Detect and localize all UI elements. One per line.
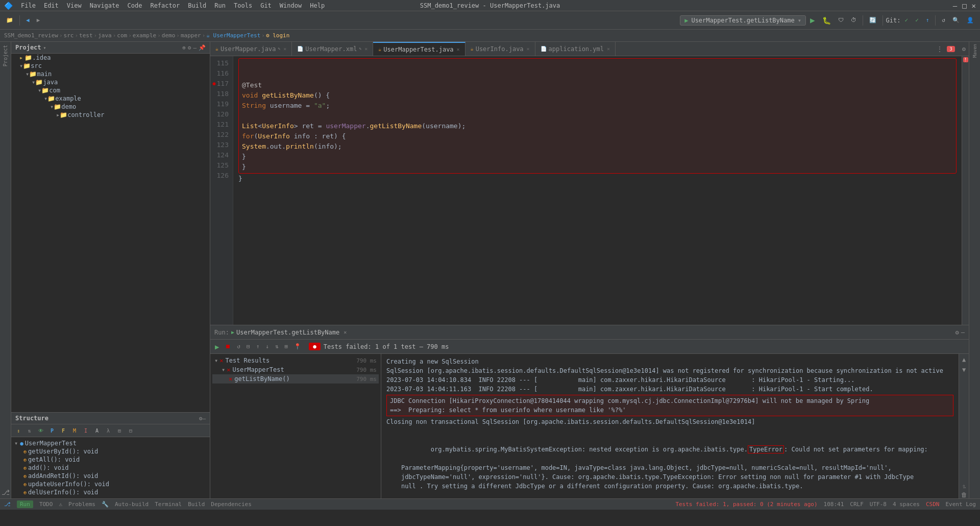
run-rerun-button[interactable]: ↺ <box>234 342 243 351</box>
status-line-endings[interactable]: CRLF <box>850 501 864 508</box>
status-line-col[interactable]: 108:41 <box>824 501 844 508</box>
nav-class[interactable]: ☕ UserMapperTest <box>206 32 260 39</box>
tab-close-2[interactable]: ✕ <box>364 46 368 52</box>
status-problems-btn[interactable]: Problems <box>68 501 95 508</box>
sort-type-icon[interactable]: ⇅ <box>24 425 35 436</box>
tab-close-5[interactable]: ✕ <box>607 46 610 52</box>
tab-overflow-icon[interactable]: ⋮ <box>933 45 947 53</box>
menu-view[interactable]: View <box>63 1 86 10</box>
struct-class-node[interactable]: ▾ ● UserMapperTest <box>13 439 208 447</box>
settings-gear-icon[interactable]: ⚙ <box>959 45 969 53</box>
undo-button[interactable]: ↺ <box>939 15 948 26</box>
maven-icon[interactable]: Maven <box>972 44 977 58</box>
menu-run[interactable]: Run <box>210 1 230 10</box>
project-pin-icon[interactable]: 📌 <box>199 44 206 51</box>
nav-demo[interactable]: demo <box>162 32 176 39</box>
status-build-btn[interactable]: Build <box>188 501 205 508</box>
struct-method-add[interactable]: ⊕ add(): void <box>13 464 208 472</box>
menu-file[interactable]: File <box>17 1 40 10</box>
run-next-fail-icon[interactable]: ↓ <box>263 342 272 351</box>
test-root-item[interactable]: ▾ ✕ Test Results 790 ms <box>212 356 379 365</box>
toolbar-back-icon[interactable]: ◀ <box>23 15 33 26</box>
nav-src[interactable]: src <box>64 32 74 39</box>
tab-userinfo[interactable]: ☕ UserInfo.java ✕ <box>465 42 535 56</box>
run-expand-icon[interactable]: ⊞ <box>282 342 291 351</box>
test-class-item[interactable]: ▾ ✕ UserMapperTest 790 ms <box>212 365 379 374</box>
nav-com[interactable]: com <box>117 32 127 39</box>
run-tab-close[interactable]: ✕ <box>344 329 347 335</box>
tab-usermappertest[interactable]: ☕ UserMapperTest.java ✕ <box>373 42 465 56</box>
clear-console-icon[interactable]: 🗑 <box>961 491 967 498</box>
run-config-dropdown[interactable]: ▶ UserMapperTest.getListByName ▾ <box>680 15 806 26</box>
run-button[interactable]: ▶ <box>807 13 818 27</box>
lambda-icon[interactable]: λ <box>103 425 113 436</box>
tab-applicationyml[interactable]: 📄 application.yml ✕ <box>535 42 616 56</box>
field-icon[interactable]: F <box>58 425 68 436</box>
tab-close-1[interactable]: ✕ <box>283 46 286 52</box>
struct-method-getall[interactable]: ⊕ getAll(): void <box>13 456 208 464</box>
tab-close-3[interactable]: ✕ <box>457 46 460 52</box>
tab-usermapper-xml[interactable]: 📄 UserMapper.xml ✎ ✕ <box>292 42 373 56</box>
git-checkmark-1[interactable]: ✓ <box>902 15 912 26</box>
commit-icon[interactable]: ⎇ <box>2 488 10 496</box>
soft-wrap-icon[interactable]: ⏎ <box>961 485 968 488</box>
menu-navigate[interactable]: Navigate <box>86 1 124 10</box>
menu-edit[interactable]: Edit <box>40 1 63 10</box>
run-sort-icon[interactable]: ⇅ <box>273 342 281 351</box>
run-filter-icon[interactable]: ⊟ <box>244 342 253 351</box>
struct-method-getuserbyid[interactable]: ⊕ getUserById(): void <box>13 447 208 456</box>
run-stop-button[interactable]: ⏹ <box>223 342 233 351</box>
profile-button[interactable]: ⏱ <box>848 15 860 26</box>
nav-java[interactable]: java <box>98 32 112 39</box>
console-output[interactable]: Creating a new SqlSession SqlSession [or… <box>381 354 959 498</box>
status-terminal-btn[interactable]: Terminal <box>155 501 182 508</box>
tree-item-java[interactable]: ▾ 📁 java <box>11 78 210 86</box>
run-again-button[interactable]: ▶ <box>212 342 222 352</box>
code-content[interactable]: @Test void getListByName() { String user… <box>233 56 962 325</box>
nav-test[interactable]: test <box>79 32 93 39</box>
test-method-item[interactable]: ✕ getListByName() 790 ms <box>212 374 379 384</box>
collapse-all-icon[interactable]: ⊟ <box>126 425 136 436</box>
run-settings-icon[interactable]: ⚙ <box>955 329 959 336</box>
run-pin-icon[interactable]: 📍 <box>291 342 304 351</box>
git-push-icon[interactable]: ↑ <box>923 15 933 26</box>
nav-mapper[interactable]: mapper <box>181 32 201 39</box>
status-indent[interactable]: 4 spaces <box>893 501 920 508</box>
nav-method[interactable]: ⚙ login <box>266 32 289 39</box>
update-button[interactable]: 🔄 <box>866 15 879 26</box>
structure-settings-icon[interactable]: ⚙ <box>199 415 203 422</box>
structure-pin-icon[interactable]: — <box>202 415 206 422</box>
project-settings-icon[interactable]: ⚙ <box>188 44 191 51</box>
tab-close-4[interactable]: ✕ <box>527 46 530 52</box>
anonymous-icon[interactable]: A <box>92 425 102 436</box>
tree-item-src[interactable]: ▾ 📁 src <box>11 62 210 70</box>
inherited-icon[interactable]: I <box>81 425 91 436</box>
menu-window[interactable]: Window <box>276 1 306 10</box>
tree-item-controller[interactable]: ▸ 📁 controller <box>11 111 210 119</box>
scroll-up-icon[interactable]: ▲ <box>962 356 966 363</box>
menu-refactor[interactable]: Refactor <box>146 1 184 10</box>
struct-method-updateuserinfo[interactable]: ⊕ updateUserInfo(): void <box>13 480 208 488</box>
menu-tools[interactable]: Tools <box>230 1 256 10</box>
run-close-icon[interactable]: — <box>961 329 965 336</box>
project-icon[interactable]: Project <box>3 45 8 66</box>
nav-project[interactable]: SSM_demo1_review <box>4 32 58 39</box>
toolbar-forward-icon[interactable]: ▶ <box>34 15 43 26</box>
scroll-down-icon[interactable]: ▼ <box>962 366 966 373</box>
status-autobuild-btn[interactable]: Auto-build <box>115 501 149 508</box>
close-button[interactable]: ✕ <box>972 2 976 10</box>
tab-usermapper[interactable]: ☕ UserMapper.java ✎ ✕ <box>210 42 292 56</box>
debug-button[interactable]: 🐛 <box>819 14 834 27</box>
status-dependencies-btn[interactable]: Dependencies <box>211 501 251 508</box>
expand-all-icon[interactable]: ⊞ <box>114 425 125 436</box>
tree-item-example[interactable]: ▾ 📁 example <box>11 94 210 103</box>
tree-item-main[interactable]: ▾ 📁 main <box>11 70 210 78</box>
sort-alpha-icon[interactable]: ↕ <box>13 425 23 436</box>
visibility-icon[interactable]: 👁 <box>36 425 46 436</box>
menu-help[interactable]: Help <box>306 1 329 10</box>
search-button[interactable]: 🔍 <box>949 15 963 26</box>
status-run-btn[interactable]: Run <box>17 500 33 508</box>
menu-git[interactable]: Git <box>256 1 276 10</box>
coverage-button[interactable]: 🛡 <box>835 15 847 26</box>
notification-badge[interactable]: 3 <box>947 46 954 52</box>
